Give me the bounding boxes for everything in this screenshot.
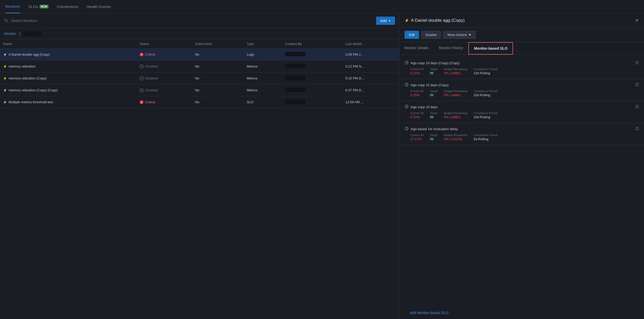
slo-icon bbox=[405, 61, 409, 65]
left-panel: Add ▼ Monitor ❯ Name Status Subscribed T… bbox=[0, 13, 399, 319]
tab-monitor-history[interactable]: Monitor History bbox=[434, 42, 468, 55]
tab-monitor-details[interactable]: Monitor Details bbox=[399, 42, 434, 55]
cell-type: Metrics bbox=[244, 72, 282, 84]
slo-current-sli: Current Sli 5.25% bbox=[410, 68, 424, 75]
slo-budget-remaining: Budget Remaining 0% (-9d8h) bbox=[444, 112, 467, 119]
main-container: Add ▼ Monitor ❯ Name Status Subscribed T… bbox=[0, 13, 644, 319]
slo-target: Target 99 bbox=[430, 133, 438, 141]
breadcrumb-monitor[interactable]: Monitor bbox=[4, 32, 16, 36]
cell-status: Disabled bbox=[136, 84, 192, 96]
svg-line-19 bbox=[637, 127, 638, 129]
col-last-modified: Last Modifi... bbox=[342, 39, 399, 49]
slo-item: logs copy 10 days (Copy) (Copy) Current … bbox=[399, 57, 644, 79]
table-row[interactable]: ⚡ memory utilization Disabled NoMetrics5… bbox=[0, 61, 399, 72]
tab-slos[interactable]: SLOs NEW bbox=[28, 0, 49, 13]
slo-current-sli: Current Sli 5.25% bbox=[410, 112, 424, 119]
new-badge: NEW bbox=[40, 5, 49, 9]
add-button[interactable]: Add ▼ bbox=[376, 17, 395, 25]
slo-external-link-icon[interactable] bbox=[635, 83, 639, 87]
monitor-icon: ⚡ bbox=[405, 18, 409, 23]
slo-budget-remaining: Budget Remaining 0% (-2d10h) bbox=[444, 133, 467, 141]
slo-external-link-icon[interactable] bbox=[635, 105, 639, 109]
disabled-icon bbox=[139, 88, 144, 92]
tab-health-events[interactable]: Health Events bbox=[87, 0, 111, 13]
col-subscribed: Subscribed bbox=[192, 39, 244, 49]
slo-target: Target 99 bbox=[430, 90, 438, 97]
slo-item: logs copy 10 days Current Sli 5.25% Targ… bbox=[399, 101, 644, 123]
disabled-icon bbox=[139, 76, 144, 80]
add-slo-section: Add Monitor-based SLO bbox=[399, 307, 644, 319]
slo-current-sli: Current Sli 5.25% bbox=[410, 90, 424, 97]
monitor-row-icon: ⚡ bbox=[3, 65, 7, 68]
tab-monitor-history-label: Monitor History bbox=[439, 46, 463, 50]
slo-icon bbox=[405, 127, 409, 131]
panel-title: A Daniel double agg (Copy) bbox=[411, 18, 633, 23]
cell-status: Disabled bbox=[136, 61, 192, 72]
cell-name: ⚡ Multiple metrics threshold test bbox=[0, 96, 136, 108]
cell-status: ! Critical bbox=[136, 96, 192, 108]
cell-name: ⚡ memory utilization bbox=[0, 61, 136, 72]
breadcrumb-separator: ❯ bbox=[18, 31, 22, 36]
cell-status: Disabled bbox=[136, 72, 192, 84]
cell-created-by bbox=[282, 49, 342, 61]
col-type: Type bbox=[244, 39, 282, 49]
svg-text:!: ! bbox=[141, 53, 142, 56]
add-slo-link[interactable]: Add Monitor-based SLO bbox=[405, 307, 454, 319]
slo-external-link-icon[interactable] bbox=[635, 61, 639, 65]
slo-external-link-icon[interactable] bbox=[635, 127, 639, 131]
svg-line-1 bbox=[7, 21, 8, 22]
slo-icon bbox=[405, 105, 409, 109]
breadcrumb: Monitor ❯ bbox=[0, 28, 399, 39]
svg-line-15 bbox=[637, 83, 638, 85]
slo-current-sli: Current Sli 17.47% bbox=[410, 133, 424, 141]
cell-type: Logs bbox=[244, 49, 282, 61]
slo-name: logs based 1hr evaluation delay bbox=[411, 127, 633, 131]
cell-created-by bbox=[282, 84, 342, 96]
tab-monitor-based-slo-label: Monitor-based SLO bbox=[474, 46, 507, 50]
cell-subscribed: No bbox=[192, 84, 244, 96]
cell-name: ⚡ memory utilization (Copy) (Copy) bbox=[0, 84, 136, 96]
monitor-row-icon: ⚡ bbox=[3, 100, 7, 104]
tab-connections-label: Connections bbox=[57, 4, 78, 9]
tab-slos-label: SLOs bbox=[28, 4, 38, 9]
table-row[interactable]: ⚡ memory utilization (Copy) Disabled NoM… bbox=[0, 72, 399, 84]
panel-header: ⚡ A Daniel double agg (Copy) ✕ bbox=[399, 13, 644, 28]
tab-monitors[interactable]: Monitors bbox=[5, 0, 20, 13]
monitor-row-icon: ⚡ bbox=[3, 77, 7, 80]
cell-name: ⚡ memory utilization (Copy) bbox=[0, 72, 136, 84]
critical-icon: ! bbox=[139, 100, 144, 104]
cell-last-modified: 3:29 PM J... bbox=[342, 49, 399, 61]
close-button[interactable]: ✕ bbox=[635, 18, 639, 23]
more-actions-button[interactable]: More Actions ▼ bbox=[443, 31, 476, 39]
tab-monitors-label: Monitors bbox=[5, 4, 20, 9]
cell-last-modified: 12:59 AM ... bbox=[342, 96, 399, 108]
created-by-redacted bbox=[285, 99, 306, 104]
svg-line-13 bbox=[637, 61, 638, 63]
slo-compliance-period: Compliance Period 10d Rolling bbox=[474, 112, 498, 119]
critical-icon: ! bbox=[139, 53, 144, 57]
tab-monitor-based-slo[interactable]: Monitor-based SLO bbox=[468, 42, 513, 55]
more-actions-label: More Actions bbox=[447, 33, 467, 37]
col-status: Status bbox=[136, 39, 192, 49]
cell-last-modified: 5:12 PM N... bbox=[342, 61, 399, 72]
created-by-redacted bbox=[285, 76, 306, 80]
cell-status: ! Critical bbox=[136, 49, 192, 61]
edit-button[interactable]: Edit bbox=[405, 31, 419, 39]
cell-created-by bbox=[282, 61, 342, 72]
slo-name: logs copy 10 days (Copy) bbox=[411, 83, 633, 87]
slo-item: logs copy 10 days (Copy) Current Sli 5.2… bbox=[399, 79, 644, 101]
monitor-row-icon: ⚡ bbox=[3, 88, 7, 92]
slo-target: Target 99 bbox=[430, 68, 438, 75]
cell-last-modified: 5:15 PM D... bbox=[342, 72, 399, 84]
cell-last-modified: 6:37 PM D... bbox=[342, 84, 399, 96]
slo-compliance-period: Compliance Period 10d Rolling bbox=[474, 68, 498, 75]
table-row[interactable]: ⚡ A Daniel double agg (Copy) ! Critical … bbox=[0, 49, 399, 61]
search-input[interactable] bbox=[11, 19, 374, 23]
tab-connections[interactable]: Connections bbox=[57, 0, 78, 13]
table-row[interactable]: ⚡ memory utilization (Copy) (Copy) Disab… bbox=[0, 84, 399, 96]
slo-icon bbox=[405, 83, 409, 87]
table-row[interactable]: ⚡ Multiple metrics threshold test ! Crit… bbox=[0, 96, 399, 108]
created-by-redacted bbox=[285, 87, 306, 92]
cell-type: Metrics bbox=[244, 61, 282, 72]
disable-button[interactable]: Disable bbox=[421, 31, 441, 39]
